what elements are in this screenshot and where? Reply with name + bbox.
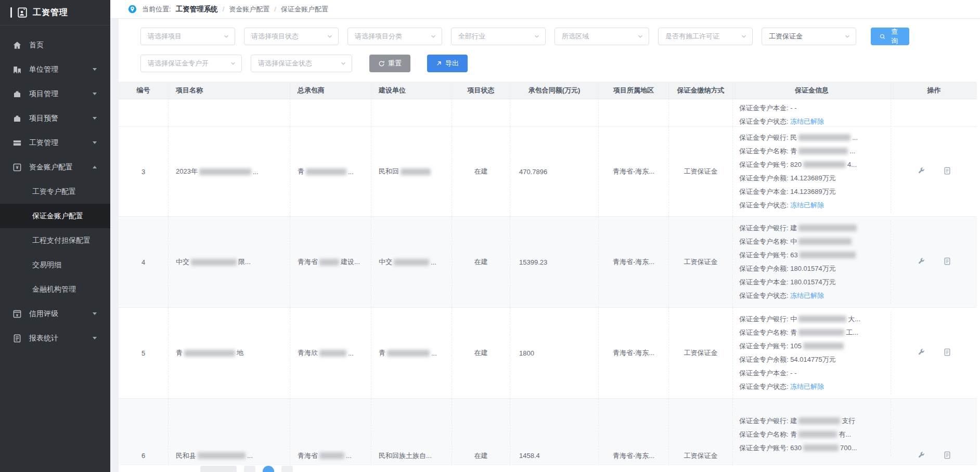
redacted-text (184, 350, 235, 357)
account-status-link[interactable]: 冻结已解除 (790, 201, 824, 209)
cell-project-name: 青地 (169, 308, 290, 398)
chevron-down-icon (327, 33, 333, 40)
configure-button[interactable] (916, 450, 926, 462)
deposit-info-line: 保证金专户名称: 中 (739, 235, 884, 248)
sidebar-item-org[interactable]: 单位管理 (0, 57, 110, 82)
cell-region: 青海省-海东... (599, 399, 669, 465)
account-status-link[interactable]: 冻结已解除 (790, 292, 824, 299)
detail-button[interactable] (943, 256, 952, 268)
cell-deposit-info: 保证金专户银行: 民...保证金专户名称: 青...保证金专户账号: 8204.… (733, 130, 891, 213)
table-row: 保证金专户本金: - -保证金专户状态: 冻结已解除 (119, 99, 977, 127)
account-status-link[interactable]: 冻结已解除 (790, 117, 824, 125)
deposit-info-line: 保证金专户余额: 180.01574万元 (739, 262, 884, 276)
deposit-info-line: 保证金专户名称: 青... (739, 145, 884, 158)
sidebar-item-warning[interactable]: 项目预警 (0, 106, 110, 130)
cell-operations (891, 217, 977, 307)
filter-select[interactable]: 请选择项目状态 (244, 28, 339, 45)
sidebar-item-salary[interactable]: 工资管理 (0, 130, 110, 155)
sidebar-subitem[interactable]: 交易明细 (0, 253, 110, 277)
svg-text:¥: ¥ (16, 165, 18, 170)
sidebar-subitem[interactable]: 工资专户配置 (0, 179, 110, 204)
deposit-info-line: 保证金专户余额: 14.123689万元 (739, 172, 884, 185)
sidebar-item-home[interactable]: 首页 (0, 33, 110, 57)
deposit-info-line: 保证金专户本金: - - (739, 366, 884, 380)
filter-panel: 请选择项目请选择项目状态请选择项目分类全部行业所选区域是否有施工许可证工资保证金… (119, 19, 980, 72)
filter-select[interactable]: 工资保证金 (762, 28, 856, 45)
sidebar-item-project[interactable]: 项目管理 (0, 82, 110, 106)
filter-select[interactable]: 请选择项目分类 (347, 28, 442, 45)
configure-button[interactable] (916, 347, 926, 359)
cell-operations (891, 399, 977, 465)
redacted-text (798, 238, 852, 245)
app-logo-icon (17, 7, 28, 18)
pagination[interactable] (200, 466, 293, 472)
detail-button[interactable] (943, 166, 952, 177)
configure-button[interactable] (916, 256, 926, 268)
sidebar-item-fund[interactable]: ¥资金账户配置 (0, 155, 110, 179)
wrench-icon (917, 348, 925, 358)
sidebar-item-credit[interactable]: ¥信用评级 (0, 301, 110, 326)
filter-select[interactable]: 请选择项目 (140, 28, 235, 45)
sidebar-submenu: 工资专户配置保证金账户配置工程支付担保配置交易明细金融机构管理 (0, 179, 110, 301)
sidebar-subitem[interactable]: 金融机构管理 (0, 277, 110, 301)
sidebar-item-label: 信用评级 (29, 309, 85, 319)
logo-bar (10, 7, 12, 18)
cell-num: 3 (119, 127, 169, 216)
pagination-page[interactable] (281, 466, 293, 472)
column-header: 总承包商 (290, 82, 371, 99)
cell-amount: 1458.4 (510, 399, 599, 465)
search-button[interactable]: 查询 (871, 28, 909, 45)
sidebar-nav: 首页单位管理项目管理项目预警工资管理¥资金账户配置工资专户配置保证金账户配置工程… (0, 25, 110, 350)
export-button[interactable]: 导出 (427, 55, 468, 72)
filter-select[interactable]: 请选择保证金专户开 (140, 55, 242, 72)
filter-select[interactable]: 全部行业 (451, 28, 546, 45)
sidebar-item-label: 项目预警 (29, 114, 85, 123)
sidebar-item-report[interactable]: 报表统计 (0, 326, 110, 350)
search-icon (880, 33, 885, 40)
sidebar-subitem[interactable]: 工程支付担保配置 (0, 228, 110, 253)
sidebar-item-label: 单位管理 (29, 65, 85, 74)
redacted-text (798, 225, 857, 231)
sidebar-subitem[interactable]: 保证金账户配置 (0, 204, 110, 228)
table-row: 4中交限...青海省建设...中交...在建15399.23青海省-海东...工… (119, 217, 977, 308)
deposit-info-line: 保证金专户银行: 民... (739, 131, 884, 145)
redacted-text (387, 350, 430, 357)
column-header: 承包合同额(万元) (510, 82, 599, 99)
filter-select[interactable]: 是否有施工许可证 (658, 28, 753, 45)
pagination-pill[interactable] (200, 466, 237, 472)
caret-down-icon (93, 117, 97, 120)
report-icon (12, 334, 22, 343)
redacted-text (798, 431, 837, 438)
account-status-link[interactable]: 冻结已解除 (790, 383, 824, 390)
app-title: 工资管理 (33, 7, 68, 18)
filter-select[interactable]: 所选区域 (555, 28, 649, 45)
deposit-info-line: 保证金专户账号: 630700... (739, 441, 884, 455)
cell-builder: 民和回族土族自... (371, 399, 452, 465)
project-icon (12, 89, 22, 99)
document-icon (944, 257, 951, 267)
caret-up-icon (93, 166, 97, 168)
caret-down-icon (93, 141, 97, 144)
detail-button[interactable] (943, 450, 952, 462)
redacted-text (798, 329, 844, 336)
deposit-info-line: 保证金专户银行: 建支行 (739, 414, 884, 428)
column-header: 建设单位 (371, 82, 452, 99)
cell-amount: 470.7896 (510, 127, 599, 216)
cell-deposit-info: 保证金专户银行: 中大...保证金专户名称: 青工...保证金专户账号: 105… (733, 311, 891, 395)
home-icon (12, 41, 22, 50)
configure-button[interactable] (916, 166, 926, 177)
pagination-active-page[interactable] (263, 466, 274, 472)
detail-button[interactable] (943, 347, 952, 359)
redacted-text (798, 417, 840, 424)
chevron-down-icon (637, 33, 643, 40)
reset-button[interactable]: 重置 (369, 55, 410, 72)
cell-builder: 青... (371, 308, 452, 398)
breadcrumb-item[interactable]: 资金账户配置 (229, 5, 269, 14)
filter-select[interactable]: 请选择保证金状态 (251, 55, 352, 72)
warning-icon (12, 114, 22, 123)
pagination-page[interactable] (244, 466, 255, 472)
cell-status: 在建 (452, 399, 510, 465)
column-header: 操作 (891, 82, 977, 99)
deposit-info-line: 保证金专户账号: 105 (739, 339, 884, 353)
deposit-info-line: 保证金专户银行: 建 (739, 221, 884, 235)
